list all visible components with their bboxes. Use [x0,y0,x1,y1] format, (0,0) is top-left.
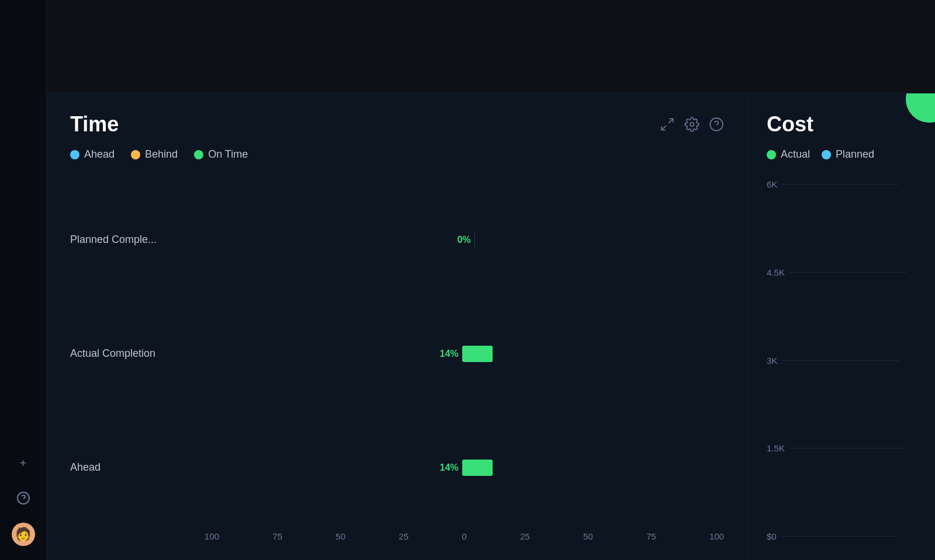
cost-y-1k5: 1.5K [767,443,916,453]
time-legend: Ahead Behind On Time [70,148,724,161]
x-label-0: 0 [462,531,466,541]
bar-center-ahead: 14% [436,460,492,476]
bar-half-left-actual [205,343,436,364]
behind-label: Behind [145,148,178,161]
sidebar: + 🧑 [0,0,47,560]
bar-half-right-ahead [493,457,724,478]
bar-half-left-planned [205,229,453,251]
time-panel-controls [660,117,724,132]
top-strip [47,0,935,93]
panels-row: Time [47,93,935,560]
ontime-dot [194,150,203,159]
cost-actual-label: Actual [781,148,810,161]
svg-line-3 [662,126,666,130]
legend-ahead: Ahead [70,148,115,161]
avatar[interactable]: 🧑 [12,523,35,546]
table-row: Planned Comple... 0% [70,222,724,258]
bar-value-ahead: 14% [439,462,458,473]
svg-point-4 [690,123,694,127]
bar-half-right-actual [493,343,724,364]
cost-y-0: $0 [767,531,916,541]
bar-center-planned: 0% [453,232,475,248]
x-label-75l: 75 [272,531,282,541]
bar-row-planned: 0% [205,229,724,251]
time-panel: Time [47,93,748,560]
legend-behind: Behind [131,148,178,161]
row-label-planned: Planned Comple... [70,234,205,246]
chart-rows: Planned Comple... 0% [70,177,724,524]
cost-y-4k5: 4.5K [767,267,916,277]
x-label-50l: 50 [335,531,345,541]
cost-planned-dot [822,150,831,159]
expand-icon[interactable] [660,117,675,132]
ontime-label: On Time [208,148,248,161]
time-panel-title: Time [70,112,119,137]
x-label-25r: 25 [520,531,530,541]
cost-legend-planned: Planned [822,148,874,161]
settings-icon[interactable] [684,117,699,132]
help-icon[interactable] [709,117,724,132]
bar-half-right-planned [475,229,724,251]
bar-container-ahead: 14% [205,457,724,478]
cost-planned-label: Planned [836,148,874,161]
green-corner-accent [900,93,935,128]
x-label-100l: 100 [205,531,219,541]
svg-point-5 [710,118,723,131]
cost-legend-actual: Actual [767,148,810,161]
x-axis: 100 75 50 25 0 25 50 75 100 [70,531,724,541]
cost-y-axis: 6K 4.5K 3K 1.5K $0 [767,179,916,541]
bar-half-left-ahead [205,457,436,478]
sidebar-actions: + 🧑 [12,453,35,546]
bar-container-actual: 14% [205,343,724,364]
legend-ontime: On Time [194,148,248,161]
bar-value-actual: 14% [439,349,458,359]
row-label-actual: Actual Completion [70,347,205,360]
bar-row-ahead: 14% [205,457,724,478]
row-label-ahead: Ahead [70,461,205,474]
bar-center-actual: 14% [436,346,492,362]
cost-y-6k: 6K [767,179,916,189]
main-content: Time [47,0,935,560]
bar-fill-actual [462,346,493,362]
x-label-50r: 50 [583,531,593,541]
bar-container-planned: 0% [205,229,724,251]
cost-panel-title: Cost [767,112,916,137]
ahead-label: Ahead [84,148,115,161]
svg-line-2 [669,119,673,123]
help-button[interactable] [13,488,34,509]
ahead-dot [70,150,79,159]
cost-legend: Actual Planned [767,148,916,161]
bar-value-planned: 0% [457,235,470,245]
bar-row-actual: 14% [205,343,724,364]
add-button[interactable]: + [13,453,34,474]
x-label-25l: 25 [399,531,408,541]
x-label-75r: 75 [646,531,656,541]
table-row: Actual Completion 14% [70,336,724,371]
cost-actual-dot [767,150,776,159]
cost-y-3k: 3K [767,356,916,366]
time-chart-area: Planned Comple... 0% [70,177,724,541]
time-panel-header: Time [70,112,724,137]
cost-panel: Cost Actual Planned 6K 4.5K 3K 1.5K $0 [748,93,935,560]
bar-fill-ahead [462,460,493,476]
behind-dot [131,150,140,159]
x-label-100r: 100 [709,531,724,541]
table-row: Ahead 14% [70,450,724,485]
